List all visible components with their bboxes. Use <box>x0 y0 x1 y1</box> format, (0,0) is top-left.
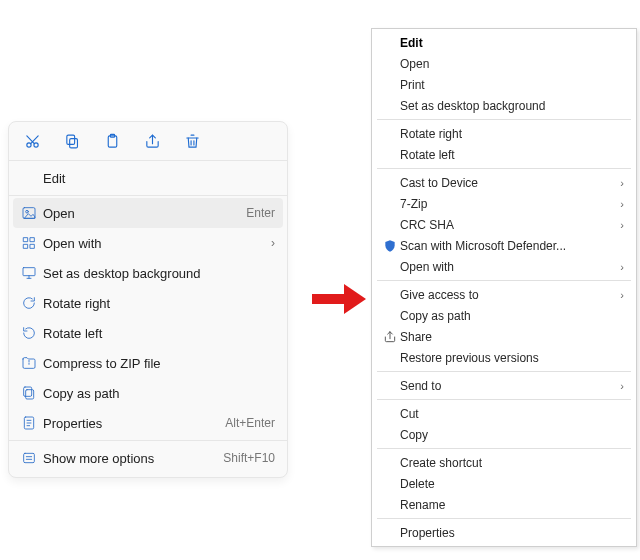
menu-item-label: Create shortcut <box>400 456 624 470</box>
divider <box>377 119 631 120</box>
menu-item-edit[interactable]: Edit <box>374 32 634 53</box>
menu-item-label: Rotate left <box>400 148 624 162</box>
menu-item-label: Show more options <box>43 451 223 466</box>
menu-item-send-to[interactable]: Send to› <box>374 375 634 396</box>
menu-item-defender[interactable]: Scan with Microsoft Defender... <box>374 235 634 256</box>
monitor-icon <box>21 265 43 281</box>
svg-rect-9 <box>30 238 34 242</box>
menu-item-edit[interactable]: Edit <box>9 163 287 193</box>
properties-icon <box>21 415 43 431</box>
zip-icon <box>21 355 43 371</box>
copy-icon[interactable] <box>63 132 81 150</box>
win11-toolbar <box>9 122 287 158</box>
menu-item-label: Rename <box>400 498 624 512</box>
chevron-right-icon: › <box>620 380 624 392</box>
menu-item-restore[interactable]: Restore previous versions <box>374 347 634 368</box>
menu-item-cast[interactable]: Cast to Device› <box>374 172 634 193</box>
menu-item-rotate-l[interactable]: Rotate left <box>374 144 634 165</box>
menu-item-accelerator: Enter <box>246 206 275 220</box>
menu-item-label: Send to <box>400 379 620 393</box>
menu-item-set-bg[interactable]: Set as desktop background <box>374 95 634 116</box>
chevron-right-icon: › <box>620 261 624 273</box>
menu-item-label: Rotate right <box>43 296 275 311</box>
svg-rect-2 <box>69 138 77 147</box>
menu-item-copy-path[interactable]: Copy as path <box>9 378 287 408</box>
more-icon <box>21 450 43 466</box>
menu-item-label: Rotate right <box>400 127 624 141</box>
menu-item-open[interactable]: OpenEnter <box>13 198 283 228</box>
menu-item-rename[interactable]: Rename <box>374 494 634 515</box>
menu-item-rotate-l[interactable]: Rotate left <box>9 318 287 348</box>
menu-item-delete[interactable]: Delete <box>374 473 634 494</box>
menu-item-label: Properties <box>43 416 225 431</box>
copy-path-icon <box>21 385 43 401</box>
rotate-r-icon <box>21 295 43 311</box>
menu-item-label: Delete <box>400 477 624 491</box>
menu-item-copy[interactable]: Copy <box>374 424 634 445</box>
divider <box>9 440 287 441</box>
image-icon <box>21 205 43 221</box>
menu-item-label: Open with <box>43 236 271 251</box>
menu-item-open-with[interactable]: Open with› <box>9 228 287 258</box>
share-icon[interactable] <box>143 132 161 150</box>
menu-item-zip[interactable]: Compress to ZIP file <box>9 348 287 378</box>
transition-arrow-icon <box>312 284 366 314</box>
menu-item-label: Cut <box>400 407 624 421</box>
divider <box>377 371 631 372</box>
menu-item-copy-path[interactable]: Copy as path <box>374 305 634 326</box>
svg-rect-6 <box>23 208 35 219</box>
menu-item-label: Copy <box>400 428 624 442</box>
delete-icon[interactable] <box>183 132 201 150</box>
menu-item-properties[interactable]: PropertiesAlt+Enter <box>9 408 287 438</box>
menu-item-label: Set as desktop background <box>400 99 624 113</box>
menu-item-label: Print <box>400 78 624 92</box>
menu-item-7zip[interactable]: 7-Zip› <box>374 193 634 214</box>
svg-rect-16 <box>24 453 35 462</box>
menu-item-open[interactable]: Open <box>374 53 634 74</box>
svg-rect-8 <box>24 238 28 242</box>
menu-item-label: Rotate left <box>43 326 275 341</box>
share-icon <box>380 330 400 344</box>
menu-item-label: Properties <box>400 526 624 540</box>
menu-item-share[interactable]: Share <box>374 326 634 347</box>
menu-item-set-bg[interactable]: Set as desktop background <box>9 258 287 288</box>
svg-rect-17 <box>312 294 344 304</box>
menu-item-label: Open <box>400 57 624 71</box>
menu-item-label: Give access to <box>400 288 620 302</box>
menu-item-label: Edit <box>43 171 275 186</box>
divider <box>9 160 287 161</box>
menu-item-label: Open <box>43 206 246 221</box>
menu-item-label: Scan with Microsoft Defender... <box>400 239 624 253</box>
menu-item-open-with[interactable]: Open with› <box>374 256 634 277</box>
menu-item-crc[interactable]: CRC SHA› <box>374 214 634 235</box>
svg-point-7 <box>26 210 29 213</box>
divider <box>377 399 631 400</box>
paste-icon[interactable] <box>103 132 121 150</box>
menu-item-print[interactable]: Print <box>374 74 634 95</box>
menu-item-accelerator: Shift+F10 <box>223 451 275 465</box>
menu-item-properties[interactable]: Properties <box>374 522 634 543</box>
menu-item-more[interactable]: Show more optionsShift+F10 <box>9 443 287 473</box>
svg-rect-13 <box>26 390 34 399</box>
divider <box>377 280 631 281</box>
menu-item-rotate-r[interactable]: Rotate right <box>374 123 634 144</box>
grid-icon <box>21 235 43 251</box>
menu-item-label: Compress to ZIP file <box>43 356 275 371</box>
menu-item-cut[interactable]: Cut <box>374 403 634 424</box>
svg-rect-12 <box>23 268 35 276</box>
chevron-right-icon: › <box>620 198 624 210</box>
win11-context-menu: EditOpenEnterOpen with›Set as desktop ba… <box>8 121 288 478</box>
menu-item-rotate-r[interactable]: Rotate right <box>9 288 287 318</box>
menu-item-give-access[interactable]: Give access to› <box>374 284 634 305</box>
chevron-right-icon: › <box>620 219 624 231</box>
chevron-right-icon: › <box>620 289 624 301</box>
classic-context-menu: EditOpenPrintSet as desktop backgroundRo… <box>371 28 637 547</box>
menu-item-shortcut[interactable]: Create shortcut <box>374 452 634 473</box>
menu-item-label: 7-Zip <box>400 197 620 211</box>
svg-rect-10 <box>24 244 28 248</box>
menu-item-label: Restore previous versions <box>400 351 624 365</box>
svg-rect-11 <box>30 244 34 248</box>
chevron-right-icon: › <box>620 177 624 189</box>
divider <box>377 448 631 449</box>
cut-icon[interactable] <box>23 132 41 150</box>
